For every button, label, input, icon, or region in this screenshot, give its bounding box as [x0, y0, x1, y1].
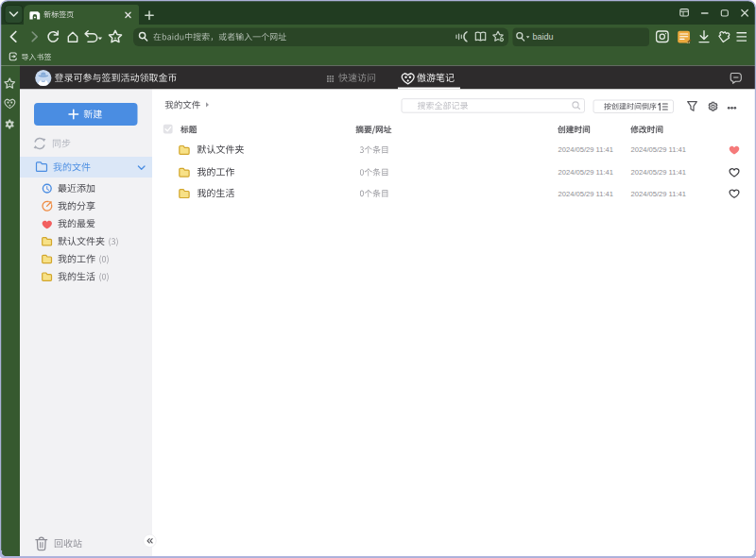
svg-text:2024/05/29 11:41: 2024/05/29 11:41: [558, 190, 614, 198]
svg-text:2024/05/29 11:41: 2024/05/29 11:41: [558, 145, 614, 154]
svg-text:2024/05/29 11:41: 2024/05/29 11:41: [558, 168, 614, 177]
svg-text:2024/05/29 11:41: 2024/05/29 11:41: [631, 168, 687, 177]
svg-text:baidu: baidu: [533, 32, 554, 42]
svg-text:2024/05/29 11:41: 2024/05/29 11:41: [631, 145, 687, 154]
svg-text:2024/05/29 11:41: 2024/05/29 11:41: [631, 190, 687, 198]
